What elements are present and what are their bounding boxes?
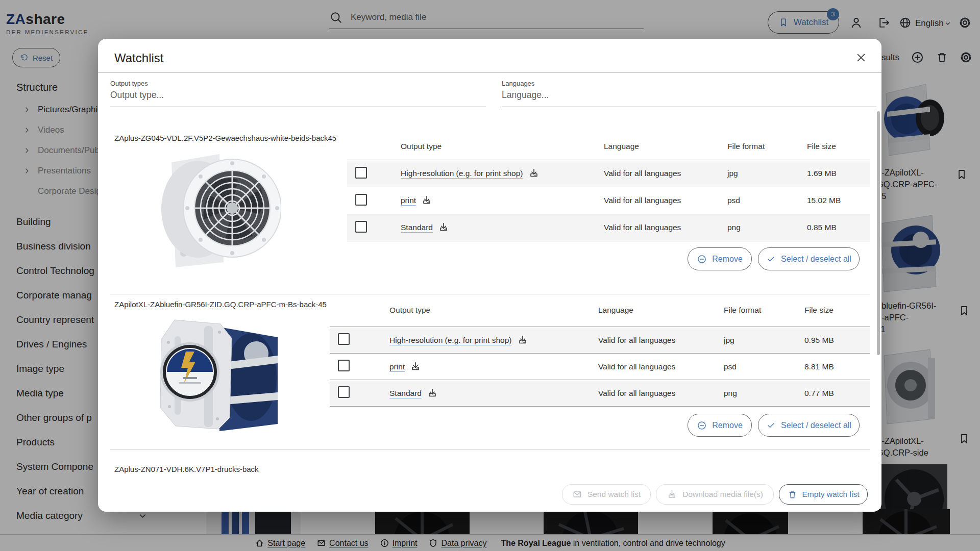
check-icon — [766, 254, 776, 264]
download-icon[interactable] — [427, 388, 438, 399]
output-types-placeholder: Output type... — [110, 90, 486, 101]
empty-watch-list-button[interactable]: Empty watch list — [779, 484, 868, 505]
col-output-type: Output type — [389, 306, 598, 315]
file-size-cell: 0.95 MB — [804, 336, 870, 345]
file-format-cell: psd — [724, 362, 804, 371]
output-type-link[interactable]: Standard — [401, 223, 433, 232]
file-size-cell: 8.81 MB — [804, 362, 870, 371]
row-checkbox[interactable] — [355, 221, 367, 233]
download-icon[interactable] — [438, 222, 449, 233]
select-deselect-label: Select / deselect all — [781, 255, 851, 264]
download-media-files-label: Download media file(s) — [682, 490, 763, 499]
file-format-cell: png — [724, 389, 804, 398]
file-format-cell: png — [727, 223, 807, 232]
check-icon — [766, 420, 776, 430]
language-cell: Valid for all languages — [604, 169, 727, 178]
select-deselect-label: Select / deselect all — [781, 421, 851, 430]
send-watch-list-button[interactable]: Send watch list — [562, 484, 651, 505]
select-deselect-all-button[interactable]: Select / deselect all — [758, 247, 860, 270]
send-watch-list-label: Send watch list — [587, 490, 641, 499]
col-file-format: File format — [727, 142, 807, 151]
col-file-format: File format — [724, 306, 804, 315]
file-size-cell: 0.85 MB — [807, 223, 870, 232]
modal-scrollbar[interactable] — [877, 111, 880, 355]
watchlist-modal: Watchlist Output types Output type... La… — [98, 39, 881, 512]
language-cell: Valid for all languages — [604, 223, 727, 232]
row-checkbox[interactable] — [338, 360, 350, 371]
product-name: ZAplus-ZN071-VDH.6K.V7P1-drucks-back — [114, 465, 259, 473]
remove-button[interactable]: Remove — [688, 414, 752, 437]
language-cell: Valid for all languages — [604, 196, 727, 205]
row-checkbox[interactable] — [338, 333, 350, 345]
table-header-row: Output type Language File format File si… — [330, 306, 870, 315]
table-row: print Valid for all languages psd 15.02 … — [347, 187, 870, 214]
output-types-filter[interactable]: Output types Output type... — [110, 80, 486, 107]
file-size-cell: 0.77 MB — [804, 389, 870, 398]
download-media-files-button[interactable]: Download media file(s) — [656, 484, 774, 505]
languages-placeholder: Language... — [502, 90, 876, 101]
table-row: Standard Valid for all languages png 0.7… — [330, 380, 870, 407]
modal-title: Watchlist — [114, 51, 163, 65]
media-files-table: High-resolution (e.g. for print shop) Va… — [330, 327, 870, 407]
download-icon[interactable] — [421, 195, 432, 206]
col-output-type: Output type — [401, 142, 604, 151]
minus-circle-icon — [697, 420, 707, 431]
mail-icon — [572, 489, 582, 499]
col-language: Language — [604, 142, 727, 151]
file-format-cell: jpg — [724, 336, 804, 345]
languages-filter[interactable]: Languages Language... — [502, 80, 876, 107]
product-name: ZApilotXL-ZAbluefin-GR56I-ZID.GQ.CRP-aPF… — [114, 300, 327, 309]
remove-label: Remove — [712, 421, 743, 430]
product-divider — [110, 294, 870, 294]
trash-icon — [788, 490, 797, 499]
product-name: ZAplus-ZG045-VDL.2F.V5P2-Gewaechshaus-wh… — [114, 134, 336, 142]
output-type-link[interactable]: print — [389, 362, 405, 371]
language-cell: Valid for all languages — [598, 336, 724, 345]
table-row: Standard Valid for all languages png 0.8… — [347, 214, 870, 241]
remove-label: Remove — [712, 255, 743, 264]
product-image-axial-fan — [143, 148, 281, 273]
download-icon[interactable] — [410, 361, 421, 372]
output-type-link[interactable]: Standard — [389, 389, 422, 398]
product-actions: Remove Select / deselect all — [688, 247, 860, 270]
row-checkbox[interactable] — [355, 194, 367, 206]
col-file-size: File size — [807, 142, 870, 151]
file-format-cell: jpg — [727, 169, 807, 178]
table-header-row: Output type Language File format File si… — [347, 142, 870, 151]
col-file-size: File size — [804, 306, 870, 315]
language-cell: Valid for all languages — [598, 389, 724, 398]
remove-button[interactable]: Remove — [688, 247, 752, 270]
download-icon[interactable] — [528, 168, 540, 179]
media-files-table: High-resolution (e.g. for print shop) Va… — [347, 160, 870, 241]
product-divider — [110, 449, 870, 449]
minus-circle-icon — [697, 254, 707, 264]
table-row: print Valid for all languages psd 8.81 M… — [330, 354, 870, 380]
col-language: Language — [598, 306, 724, 315]
file-size-cell: 15.02 MB — [807, 196, 870, 205]
table-row: High-resolution (e.g. for print shop) Va… — [330, 327, 870, 354]
row-checkbox[interactable] — [355, 167, 367, 179]
table-row: High-resolution (e.g. for print shop) Va… — [347, 160, 870, 187]
modal-header-divider — [98, 72, 881, 73]
language-cell: Valid for all languages — [598, 362, 724, 371]
download-icon — [667, 489, 677, 500]
row-checkbox[interactable] — [338, 386, 350, 398]
languages-label: Languages — [502, 80, 876, 87]
file-size-cell: 1.69 MB — [807, 169, 870, 178]
product-actions: Remove Select / deselect all — [688, 414, 860, 437]
product-image-centrifugal-fan — [143, 317, 283, 437]
empty-watch-list-label: Empty watch list — [802, 490, 860, 499]
modal-footer-actions: Send watch list Download media file(s) E… — [562, 484, 868, 505]
output-type-link[interactable]: High-resolution (e.g. for print shop) — [389, 336, 512, 345]
output-types-label: Output types — [110, 80, 486, 87]
close-icon[interactable] — [855, 52, 867, 63]
output-type-link[interactable]: print — [401, 196, 416, 205]
download-icon[interactable] — [517, 335, 528, 346]
file-format-cell: psd — [727, 196, 807, 205]
select-deselect-all-button[interactable]: Select / deselect all — [758, 414, 860, 437]
output-type-link[interactable]: High-resolution (e.g. for print shop) — [401, 169, 523, 178]
